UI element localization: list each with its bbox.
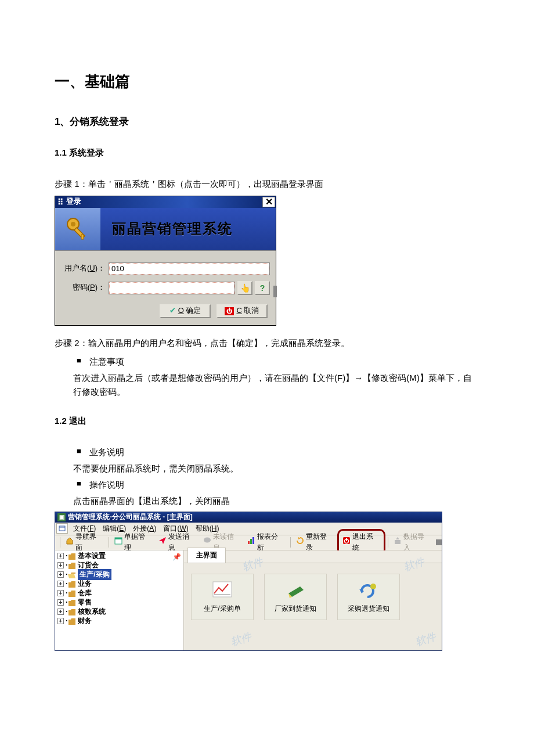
login-titlebar: ⠿ 登录 ✕ [55,196,276,208]
tree-item-业务[interactable]: +·业务 [55,579,183,589]
btn-purchase-order[interactable]: 生产/采购单 [191,574,254,620]
password-label: 密码(P)： [61,282,109,294]
folder-open-icon [68,571,76,578]
folder-closed-icon [68,562,76,569]
heading-level-3: 1.1 系统登录 [55,146,479,160]
toolbar-overflow[interactable] [436,539,442,545]
return-icon [358,579,379,600]
tree-item-订货会[interactable]: +·订货会 [55,561,183,570]
nav-tree: 📌 +·基本设置+·订货会+·生产/采购+·业务+·仓库+·零售+·核数系统+·… [55,550,184,650]
tree-item-核数系统[interactable]: +·核数系统 [55,607,183,617]
titlebar-icon: ⠿ [57,196,64,208]
app-titlebar: ▣ 营销管理系统-分公司丽晶系统 - [主界面] [55,512,442,523]
app-title: 营销管理系统-分公司丽晶系统 - [主界面] [68,512,193,523]
btn-arrival-notice[interactable]: 厂家到货通知 [264,574,327,620]
folder-closed-icon [68,599,76,606]
svg-rect-10 [250,539,252,544]
check-icon: ✔ [169,305,176,317]
op-label: 操作说明 [89,478,124,492]
username-input[interactable] [109,262,270,275]
close-icon: ✕ [265,195,273,210]
op-body: 点击丽晶界面的【退出系统】，关闭丽晶 [55,494,479,508]
biz-label: 业务说明 [89,445,124,459]
login-banner-title: 丽晶营销管理系统 [112,218,233,240]
paragraph-step1: 步骤 1：单击＇丽晶系统＇图标（点击一次即可），出现丽晶登录界面 [55,177,479,191]
tree-expander-icon[interactable]: + [57,581,64,587]
main-tab[interactable]: 主界面 [187,548,226,563]
watermark: 软件 [228,628,253,651]
biz-body: 不需要使用丽晶系统时，需关闭丽晶系统。 [55,462,479,476]
bar-chart-icon [247,537,255,548]
tree-expander-icon[interactable]: + [57,571,64,578]
home-icon [66,537,74,548]
bullet-marker: ■ [77,478,81,492]
power-icon: ⏻ [225,307,234,315]
svg-rect-11 [252,537,254,544]
relogin-icon [296,537,304,548]
calendar-icon [114,537,122,548]
tree-item-零售[interactable]: +·零售 [55,598,183,607]
tree-item-label: 财务 [78,615,92,627]
ok-button[interactable]: ✔ O 确定 [160,304,211,318]
hand-icon: 👆 [240,282,250,294]
heading-section-12: 1.2 退出 [55,414,479,428]
svg-rect-3 [81,235,84,239]
app-icon: ▣ [57,513,66,521]
login-banner: 丽晶营销管理系统 [55,208,276,251]
svg-point-18 [370,584,376,589]
app-toolbar: 导航界面 单据管理 发送消息 未读信息 报表分析 重新登录 退出系统 [55,535,442,550]
send-icon [158,537,167,548]
svg-point-8 [204,538,211,543]
folder-closed-icon [68,581,76,588]
heading-level-1: 一、基础篇 [55,70,479,94]
book-icon [285,579,306,600]
purchase-chart-icon [212,579,233,600]
tree-expander-icon[interactable]: + [57,618,64,624]
tree-expander-icon[interactable]: + [57,562,64,568]
note-body: 首次进入丽晶之后（或者是想修改密码的用户），请在丽晶的【文件(F)】→【修改密码… [55,371,479,399]
tree-item-财务[interactable]: +·财务 [55,617,183,626]
side-expand-tab[interactable] [273,286,277,297]
svg-rect-9 [248,541,250,544]
watermark: 软件 [413,628,438,651]
svg-rect-15 [395,540,400,544]
close-button[interactable]: ✕ [262,197,275,207]
key-icon [55,208,100,250]
cancel-button[interactable]: ⏻ C 取消 [217,304,268,318]
app-window: ▣ 营销管理系统-分公司丽晶系统 - [主界面] 文件(F) 编辑(E) 外接(… [55,512,442,651]
bullet-marker: ■ [77,355,81,369]
svg-rect-7 [115,538,122,539]
chat-icon [203,537,211,548]
tree-expander-icon[interactable]: + [57,599,64,606]
username-label: 用户名(U)： [61,262,109,275]
tree-expander-icon[interactable]: + [57,609,64,615]
exit-icon [342,537,351,548]
svg-point-1 [71,222,75,226]
folder-closed-icon [68,609,76,615]
paragraph-step2: 步骤 2：输入丽晶用户的用户名和密码，点击【确定】，完成丽晶系统登录。 [55,336,479,350]
tree-expander-icon[interactable]: + [57,590,64,596]
help-icon: ? [260,282,265,294]
help-button[interactable]: ? [255,281,270,295]
folder-closed-icon [68,618,76,625]
tree-expander-icon[interactable]: + [57,553,64,559]
main-area: 软件 软件 软件 软件 主界面 生产/采购单 厂家到货通知 [184,550,442,650]
btn-return-notice[interactable]: 采购退货通知 [337,574,400,620]
tree-item-基本设置[interactable]: +·基本设置 [55,552,183,561]
login-dialog: ⠿ 登录 ✕ 丽晶营销管理系统 用户名(U)： 密码(P)： [55,196,276,326]
heading-level-2: 1、分销系统登录 [55,114,479,129]
tree-item-仓库[interactable]: +·仓库 [55,589,183,598]
import-icon [394,537,402,548]
login-title: 登录 [66,196,81,208]
pin-icon[interactable]: 📌 [172,552,181,563]
note-label: 注意事项 [89,355,124,369]
bullet-marker: ■ [77,445,81,459]
folder-closed-icon [68,590,76,597]
password-input[interactable] [109,282,235,294]
tree-item-生产/采购[interactable]: +·生产/采购 [55,570,183,579]
folder-closed-icon [68,553,76,560]
softkeyboard-button[interactable]: 👆 [237,281,252,295]
